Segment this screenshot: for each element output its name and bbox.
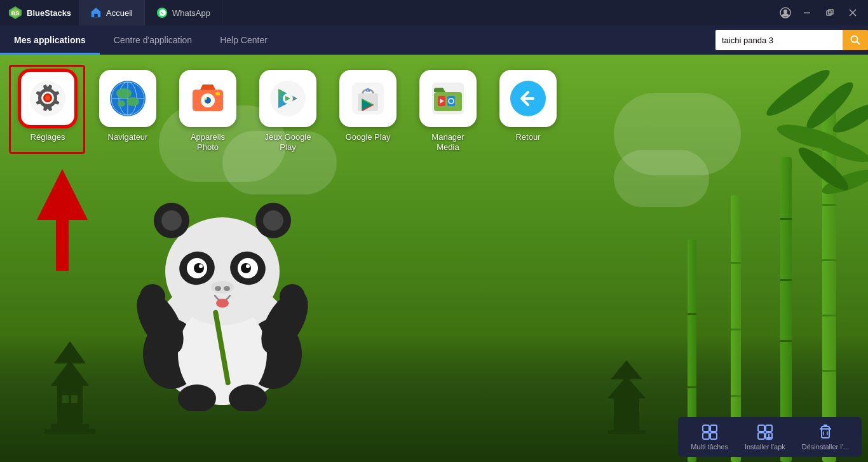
titlebar: BS BlueStacks Accueil WhatsApp [0,0,868,25]
apps-row: Réglages [13,70,563,152]
svg-rect-107 [758,425,764,431]
home-icon [90,7,102,18]
app-retour[interactable]: Retour [493,70,563,142]
app-icon-google-play: G [339,70,397,127]
app-jeux-google-play[interactable]: Jeux GooglePlay [253,70,323,152]
svg-point-51 [211,281,234,294]
restore-button[interactable] [820,4,840,22]
svg-point-50 [246,264,250,268]
svg-point-71 [116,88,132,99]
installer-apk-icon [756,423,774,441]
svg-point-54 [216,299,229,308]
media-manager-icon [429,79,467,118]
svg-point-60 [229,384,267,411]
svg-point-73 [118,100,125,107]
svg-text:BS: BS [11,10,20,17]
app-label-appareils-photo: AppareilsPhoto [191,132,225,152]
svg-rect-9 [804,13,810,14]
camera-icon [189,79,227,118]
app-reglages[interactable]: Réglages [13,70,83,142]
app-navigateur[interactable]: Navigateur [93,70,163,142]
nav-help-center[interactable]: Help Center [206,25,281,55]
minimize-button[interactable] [797,4,817,22]
svg-rect-26 [51,424,89,429]
search-input-wrap [715,30,843,50]
restore-icon [826,9,834,17]
svg-rect-113 [822,426,829,438]
svg-rect-23 [57,386,83,424]
titlebar-tabs: Accueil WhatsApp [79,0,776,25]
tab-whatsapp[interactable]: WhatsApp [145,0,222,25]
bamboo-leaves [614,55,868,372]
nav-mes-applications[interactable]: Mes applications [0,25,100,55]
app-manager-media[interactable]: ManagerMedia [413,70,483,152]
svg-point-65 [45,95,50,100]
main-content: Réglages [0,55,868,462]
search-input[interactable] [722,36,836,45]
brand-name: BlueStacks [27,8,71,18]
svg-line-15 [857,42,860,45]
svg-rect-101 [56,207,69,271]
window-controls [776,4,868,22]
close-button[interactable] [843,4,863,22]
app-google-play[interactable]: G Google Play [333,70,403,142]
svg-point-72 [126,97,139,106]
svg-point-42 [263,210,283,231]
svg-marker-4 [92,8,100,11]
svg-marker-31 [607,376,646,398]
svg-point-59 [178,384,216,411]
desinstaller-button[interactable]: Désinstaller l'... [794,421,857,453]
installer-apk-button[interactable]: Installer l'apk [737,421,793,453]
app-logo: BS BlueStacks [0,5,79,20]
svg-rect-79 [215,92,220,95]
profile-button[interactable] [776,4,794,22]
svg-rect-103 [703,425,709,431]
globe-icon [109,79,147,118]
svg-rect-29 [71,395,78,403]
app-label-google-play: Google Play [346,132,391,142]
svg-rect-28 [62,395,69,403]
back-icon [509,79,547,118]
svg-rect-109 [758,433,764,439]
svg-rect-30 [614,398,639,430]
annotation-arrow [37,169,88,271]
multi-taches-button[interactable]: Multi tâches [683,421,736,453]
app-label-jeux-google-play: Jeux GooglePlay [265,132,311,152]
svg-point-14 [851,36,858,43]
app-label-retour: Retour [515,132,540,142]
app-label-navigateur: Navigateur [108,132,148,142]
svg-point-8 [783,10,787,13]
svg-rect-108 [766,425,772,431]
desinstaller-label: Désinstaller l'... [802,443,849,451]
svg-point-52 [215,286,221,291]
google-play-icon: G [349,79,387,118]
tab-whatsapp-label: WhatsApp [172,8,210,18]
pagoda-right [576,348,677,437]
minimize-icon [803,9,811,17]
panda-illustration [114,170,330,411]
background: Réglages [0,55,868,462]
svg-point-48 [241,263,251,273]
svg-rect-105 [703,433,709,439]
app-icon-manager-media [419,70,477,127]
multi-taches-icon [701,423,719,441]
svg-marker-25 [54,341,86,363]
search-button[interactable] [843,30,868,50]
svg-rect-104 [710,425,717,431]
svg-rect-27 [44,429,95,434]
svg-rect-5 [94,14,97,17]
svg-point-78 [205,97,207,100]
svg-point-58 [280,284,305,309]
app-appareils-photo[interactable]: AppareilsPhoto [173,70,243,152]
nav-centre-application[interactable]: Centre d'application [100,25,206,55]
app-icon-navigateur [99,70,156,127]
app-label-reglages: Réglages [31,132,65,142]
desinstaller-icon [817,423,834,441]
svg-point-53 [224,286,230,291]
app-icon-jeux-google-play [259,70,316,127]
bottom-toolbar: Multi tâches Installer l'apk Dési [678,417,862,457]
svg-point-99 [449,99,453,103]
svg-point-49 [199,264,203,268]
tab-accueil[interactable]: Accueil [79,0,145,25]
app-label-manager-media: ManagerMedia [431,132,464,152]
